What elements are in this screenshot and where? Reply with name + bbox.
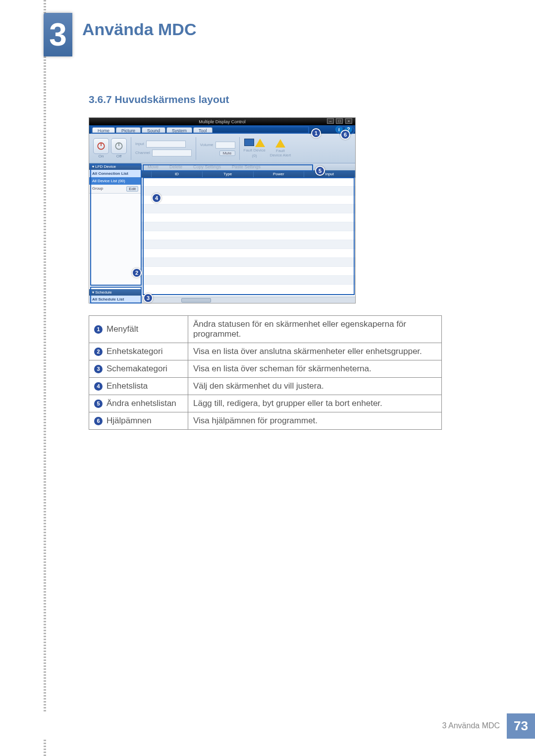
action-move[interactable]: Move [148, 164, 159, 169]
footer-text: 3 Använda MDC [442, 721, 500, 730]
chapter-number-badge: 3 [44, 13, 72, 56]
col-power[interactable]: Power [254, 170, 305, 178]
power-off-label: Off [111, 154, 127, 158]
legend-label: Enhetslista [107, 381, 148, 391]
callout-3: 3 [143, 293, 153, 303]
tab-home[interactable]: Home [92, 127, 115, 134]
page-number: 73 [507, 713, 535, 739]
col-type[interactable]: Type [203, 170, 254, 178]
power-off-button[interactable] [111, 138, 127, 154]
legend-desc: Visa hjälpämnen för programmet. [188, 412, 442, 430]
volume-slider[interactable] [215, 142, 235, 149]
horizontal-scrollbar[interactable] [142, 297, 355, 303]
mute-button[interactable]: Mute [219, 151, 235, 156]
callout-6: 6 [340, 130, 350, 140]
input-label: Input [135, 142, 144, 146]
callout-2: 2 [132, 268, 142, 278]
left-stripe-rail [44, 0, 46, 756]
tab-system[interactable]: System [166, 127, 192, 134]
tab-tool[interactable]: Tool [193, 127, 213, 134]
sidebar-connection-list[interactable]: All Connection List [89, 170, 141, 177]
legend-desc: Ändra statusen för en skärmenhet eller e… [188, 316, 442, 343]
action-paste-settings[interactable]: Paste Settings [232, 164, 261, 169]
window-maximize-button[interactable]: □ [336, 118, 343, 124]
table-row: 2Enhetskategori Visa en lista över anslu… [89, 343, 442, 360]
tab-sound[interactable]: Sound [142, 127, 165, 134]
window-close-button[interactable]: × [345, 118, 352, 124]
sidebar-group-label: Group [92, 186, 103, 192]
fault-alert-label: Fault Device Alert [269, 149, 291, 157]
main-screen-screenshot: Multiple Display Control – □ × Home Pict… [89, 117, 356, 303]
col-input[interactable]: Input [304, 170, 355, 178]
power-on-button[interactable] [93, 138, 109, 154]
legend-label: Schemakategori [107, 364, 167, 373]
window-minimize-button[interactable]: – [327, 118, 334, 124]
table-row: 3Schemakategori Visa en lista över schem… [89, 360, 442, 378]
col-id[interactable]: ID [152, 170, 203, 178]
legend-desc: Visa en lista över scheman för skärmenhe… [188, 360, 442, 378]
legend-label: Menyfält [107, 324, 138, 334]
legend-label: Enhetskategori [107, 347, 162, 356]
section-heading: 3.6.7 Huvudskärmens layout [89, 94, 229, 105]
legend-desc: Välj den skärmenhet du vill justera. [188, 378, 442, 395]
callout-1: 1 [311, 128, 321, 138]
legend-label: Hjälpämnen [107, 416, 152, 425]
table-row: 1Menyfält Ändra statusen för en skärmenh… [89, 316, 442, 343]
col-checkbox[interactable] [142, 170, 152, 178]
input-dropdown[interactable] [146, 141, 186, 148]
callout-5: 5 [315, 166, 325, 176]
power-on-label: On [93, 154, 109, 158]
action-delete[interactable]: Delete [169, 164, 182, 169]
table-row: 6Hjälpämnen Visa hjälpämnen för programm… [89, 412, 442, 430]
sidebar-device-list[interactable]: All Device List (00) [89, 177, 141, 185]
chapter-title: Använda MDC [82, 20, 196, 39]
legend-desc: Visa en lista över anslutna skärmenheter… [188, 343, 442, 360]
sidebar-schedule-list[interactable]: All Schedule List [89, 296, 141, 303]
sidebar-lfd-header[interactable]: ▾ LFD Device [89, 163, 141, 170]
legend-table: 1Menyfält Ändra statusen för en skärmenh… [89, 315, 442, 430]
fault-device-count: (0) [252, 153, 257, 158]
channel-label: Channel [135, 151, 150, 155]
table-row: 4Enhetslista Välj den skärmenhet du vill… [89, 378, 442, 395]
sidebar-edit-button[interactable]: Edit [126, 186, 138, 192]
table-row: 5Ändra enhetslistan Lägg till, redigera,… [89, 395, 442, 412]
tab-picture[interactable]: Picture [116, 127, 141, 134]
callout-4: 4 [152, 193, 161, 203]
device-grid[interactable] [142, 178, 355, 297]
sidebar: ▾ LFD Device All Connection List All Dev… [89, 163, 142, 303]
action-copy-settings[interactable]: Copy Settings [193, 164, 221, 169]
legend-desc: Lägg till, redigera, byt grupper eller t… [188, 395, 442, 412]
window-title: Multiple Display Control [199, 119, 246, 124]
channel-spinner[interactable] [152, 150, 192, 156]
fault-device-label: Fault Device [244, 148, 266, 152]
sidebar-schedule-header[interactable]: ▾ Schedule [89, 289, 141, 296]
legend-label: Ändra enhetslistan [107, 399, 176, 408]
volume-label: Volume [200, 143, 214, 147]
